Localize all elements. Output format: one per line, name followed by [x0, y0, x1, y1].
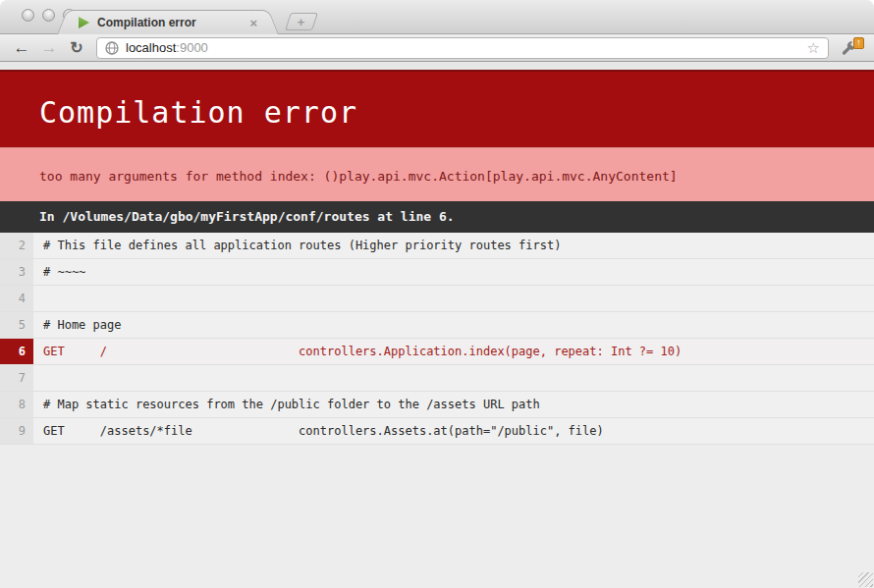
line-code — [33, 286, 874, 311]
back-button[interactable]: ← — [10, 39, 33, 56]
line-code — [33, 365, 874, 391]
source-listing: 2 # This file defines all application ro… — [0, 233, 874, 445]
new-tab-button[interactable]: + — [285, 13, 318, 30]
new-tab-icon: + — [298, 16, 305, 28]
forward-button[interactable]: → — [37, 39, 61, 56]
error-header: Compilation error — [0, 70, 874, 147]
line-code: GET /assets/*file controllers.Assets.at(… — [33, 418, 874, 444]
window-close-button[interactable] — [22, 9, 34, 22]
tab-compilation-error[interactable]: Compilation error × — [71, 10, 265, 34]
line-code: # Home page — [33, 312, 874, 338]
line-number: 8 — [0, 392, 33, 417]
source-line-row: 8 # Map static resources from the /publi… — [0, 392, 874, 418]
line-code: # ~~~~ — [33, 259, 874, 285]
page-background — [0, 445, 874, 588]
url-text[interactable]: localhost:9000 — [126, 40, 208, 55]
source-line-row: 2 # This file defines all application ro… — [0, 233, 874, 259]
line-code: # Map static resources from the /public … — [33, 392, 874, 417]
browser-toolbar: ← → ↻ localhost:9000 ☆ ↑ — [0, 34, 874, 62]
error-message-banner: too many arguments for method index: ()p… — [0, 147, 874, 201]
play-framework-icon — [77, 16, 90, 29]
reload-button[interactable]: ↻ — [65, 40, 88, 56]
line-number: 6 — [0, 339, 33, 364]
line-number: 5 — [0, 312, 33, 338]
wrench-menu-button[interactable]: ↑ — [839, 37, 864, 59]
window-minimize-button[interactable] — [42, 9, 55, 22]
browser-window: Compilation error × + ← → ↻ localhost:90… — [0, 0, 874, 588]
tab-strip: Compilation error × + — [0, 0, 874, 34]
line-number: 9 — [0, 418, 33, 444]
line-code: GET / controllers.Application.index(page… — [33, 339, 874, 364]
line-number: 4 — [0, 286, 33, 311]
error-location-bar: In /Volumes/Data/gbo/myFirstApp/conf/rou… — [0, 201, 874, 233]
update-badge: ↑ — [853, 37, 864, 49]
source-line-row: 3 # ~~~~ — [0, 259, 874, 286]
line-number: 7 — [0, 365, 33, 391]
source-line-row: 5 # Home page — [0, 312, 874, 339]
globe-icon — [105, 41, 119, 55]
tab-close-icon[interactable]: × — [249, 17, 257, 29]
line-number: 3 — [0, 259, 33, 285]
address-bar[interactable]: localhost:9000 ☆ — [96, 37, 829, 59]
bookmark-star-icon[interactable]: ☆ — [807, 40, 820, 55]
toolbar-substrip — [0, 62, 874, 70]
line-number: 2 — [0, 233, 33, 258]
resize-grip[interactable] — [858, 572, 873, 587]
page-title: Compilation error — [39, 95, 874, 130]
source-line-row: 6 GET / controllers.Application.index(pa… — [0, 339, 874, 365]
url-port: :9000 — [176, 40, 208, 55]
source-line-row: 9 GET /assets/*file controllers.Assets.a… — [0, 418, 874, 445]
source-line-row: 4 — [0, 286, 874, 312]
source-line-row: 7 — [0, 365, 874, 392]
url-host: localhost — [126, 40, 176, 55]
tab-title: Compilation error — [97, 16, 249, 29]
line-code: # This file defines all application rout… — [33, 233, 874, 258]
